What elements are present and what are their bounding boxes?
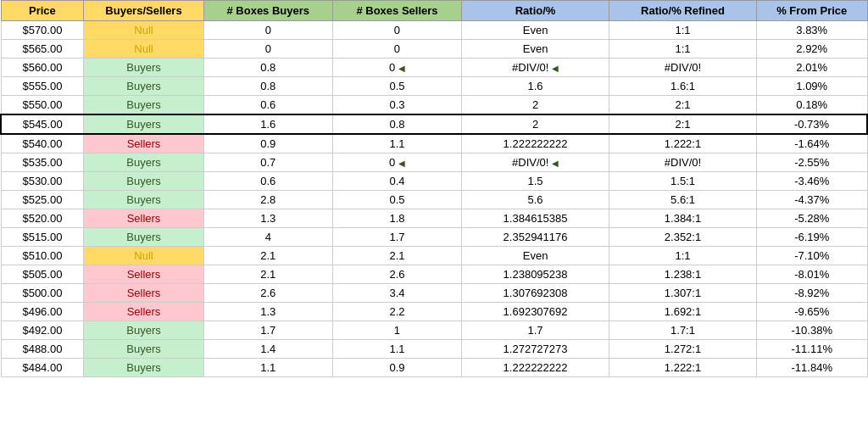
cell-boxes-buyers: 2.1 bbox=[203, 247, 332, 265]
cell-boxes-sellers: 0 bbox=[332, 21, 461, 40]
header-boxes-buyers: # Boxes Buyers bbox=[203, 1, 332, 21]
cell-ratio: 5.6 bbox=[462, 191, 609, 209]
cell-boxes-sellers: 2.1 bbox=[332, 247, 461, 265]
cell-price: $565.00 bbox=[1, 40, 84, 59]
cell-boxes-sellers: 0.4 bbox=[332, 172, 461, 191]
cell-buyers-sellers: Buyers bbox=[84, 172, 203, 191]
cell-boxes-buyers: 0.8 bbox=[203, 59, 332, 77]
cell-ratio: 2 bbox=[462, 114, 609, 134]
cell-boxes-sellers: 3.4 bbox=[332, 284, 461, 303]
cell-boxes-sellers: 0 ◀ bbox=[332, 59, 461, 77]
cell-ratio-refined: 1:1 bbox=[609, 40, 757, 59]
cell-from-price: -11.84% bbox=[756, 359, 867, 377]
cell-boxes-sellers: 0.9 bbox=[332, 359, 461, 377]
cell-from-price: -5.28% bbox=[756, 209, 867, 228]
triangle-indicator: ◀ bbox=[552, 159, 559, 168]
header-ratio-refined: Ratio/% Refined bbox=[609, 1, 757, 21]
table-row: $565.00Null00Even1:12.92% bbox=[1, 40, 867, 59]
cell-buyers-sellers: Buyers bbox=[84, 59, 203, 77]
cell-ratio: 1.5 bbox=[462, 172, 609, 191]
cell-boxes-buyers: 1.3 bbox=[203, 303, 332, 321]
cell-ratio: 1.7 bbox=[462, 321, 609, 340]
cell-from-price: 3.83% bbox=[756, 21, 867, 40]
cell-boxes-sellers: 2.6 bbox=[332, 265, 461, 284]
cell-ratio-refined: 2:1 bbox=[609, 96, 757, 115]
header-price: Price bbox=[1, 1, 84, 21]
cell-ratio: #DIV/0! ◀ bbox=[462, 153, 609, 172]
cell-ratio-refined: 1:1 bbox=[609, 247, 757, 265]
cell-ratio-refined: 1.238:1 bbox=[609, 265, 757, 284]
cell-boxes-buyers: 0.6 bbox=[203, 96, 332, 115]
cell-ratio: 1.6 bbox=[462, 77, 609, 96]
cell-boxes-buyers: 1.4 bbox=[203, 340, 332, 359]
cell-buyers-sellers: Sellers bbox=[84, 134, 203, 153]
price-table: Price Buyers/Sellers # Boxes Buyers # Bo… bbox=[0, 0, 868, 377]
cell-boxes-sellers: 1 bbox=[332, 321, 461, 340]
cell-ratio: 1.307692308 bbox=[462, 284, 609, 303]
cell-ratio-refined: 1.222:1 bbox=[609, 134, 757, 153]
cell-ratio: 1.272727273 bbox=[462, 340, 609, 359]
table-row: $545.00Buyers1.60.822:1-0.73% bbox=[1, 114, 867, 134]
table-row: $540.00Sellers0.91.11.2222222221.222:1-1… bbox=[1, 134, 867, 153]
cell-boxes-sellers: 0 bbox=[332, 40, 461, 59]
cell-boxes-sellers: 0.5 bbox=[332, 77, 461, 96]
cell-ratio-refined: 2.352:1 bbox=[609, 228, 757, 247]
cell-from-price: -4.37% bbox=[756, 191, 867, 209]
header-row: Price Buyers/Sellers # Boxes Buyers # Bo… bbox=[1, 1, 867, 21]
cell-boxes-buyers: 2.8 bbox=[203, 191, 332, 209]
cell-price: $545.00 bbox=[1, 114, 84, 134]
cell-buyers-sellers: Buyers bbox=[84, 191, 203, 209]
cell-boxes-sellers: 1.8 bbox=[332, 209, 461, 228]
header-from-price: % From Price bbox=[756, 1, 867, 21]
cell-boxes-buyers: 0.6 bbox=[203, 172, 332, 191]
cell-buyers-sellers: Null bbox=[84, 21, 203, 40]
cell-from-price: -7.10% bbox=[756, 247, 867, 265]
cell-buyers-sellers: Buyers bbox=[84, 153, 203, 172]
cell-from-price: 2.92% bbox=[756, 40, 867, 59]
table-row: $520.00Sellers1.31.81.3846153851.384:1-5… bbox=[1, 209, 867, 228]
header-ratio: Ratio/% bbox=[462, 1, 609, 21]
cell-ratio-refined: 1:1 bbox=[609, 21, 757, 40]
cell-ratio-refined: 1.5:1 bbox=[609, 172, 757, 191]
cell-buyers-sellers: Null bbox=[84, 247, 203, 265]
cell-price: $525.00 bbox=[1, 191, 84, 209]
cell-price: $560.00 bbox=[1, 59, 84, 77]
cell-buyers-sellers: Buyers bbox=[84, 77, 203, 96]
cell-price: $530.00 bbox=[1, 172, 84, 191]
main-table-container: Price Buyers/Sellers # Boxes Buyers # Bo… bbox=[0, 0, 868, 377]
cell-from-price: -2.55% bbox=[756, 153, 867, 172]
cell-ratio: 1.222222222 bbox=[462, 134, 609, 153]
table-row: $525.00Buyers2.80.55.65.6:1-4.37% bbox=[1, 191, 867, 209]
table-row: $488.00Buyers1.41.11.2727272731.272:1-11… bbox=[1, 340, 867, 359]
cell-boxes-buyers: 0.8 bbox=[203, 77, 332, 96]
cell-price: $570.00 bbox=[1, 21, 84, 40]
cell-from-price: -9.65% bbox=[756, 303, 867, 321]
cell-ratio-refined: 1.692:1 bbox=[609, 303, 757, 321]
cell-from-price: -0.73% bbox=[756, 114, 867, 134]
cell-price: $510.00 bbox=[1, 247, 84, 265]
cell-ratio: 1.692307692 bbox=[462, 303, 609, 321]
cell-from-price: -11.11% bbox=[756, 340, 867, 359]
table-row: $530.00Buyers0.60.41.51.5:1-3.46% bbox=[1, 172, 867, 191]
cell-boxes-sellers: 2.2 bbox=[332, 303, 461, 321]
cell-boxes-sellers: 1.1 bbox=[332, 340, 461, 359]
table-row: $570.00Null00Even1:13.83% bbox=[1, 21, 867, 40]
cell-boxes-buyers: 4 bbox=[203, 228, 332, 247]
triangle-indicator: ◀ bbox=[398, 64, 405, 73]
cell-buyers-sellers: Sellers bbox=[84, 209, 203, 228]
cell-buyers-sellers: Buyers bbox=[84, 340, 203, 359]
cell-price: $500.00 bbox=[1, 284, 84, 303]
cell-ratio-refined: 1.384:1 bbox=[609, 209, 757, 228]
table-row: $484.00Buyers1.10.91.2222222221.222:1-11… bbox=[1, 359, 867, 377]
cell-boxes-buyers: 1.7 bbox=[203, 321, 332, 340]
cell-buyers-sellers: Sellers bbox=[84, 303, 203, 321]
cell-ratio: 2 bbox=[462, 96, 609, 115]
cell-buyers-sellers: Buyers bbox=[84, 228, 203, 247]
cell-price: $520.00 bbox=[1, 209, 84, 228]
cell-boxes-buyers: 0 bbox=[203, 40, 332, 59]
cell-buyers-sellers: Buyers bbox=[84, 114, 203, 134]
cell-ratio: #DIV/0! ◀ bbox=[462, 59, 609, 77]
cell-ratio-refined: #DIV/0! bbox=[609, 153, 757, 172]
cell-buyers-sellers: Buyers bbox=[84, 321, 203, 340]
cell-ratio: 1.222222222 bbox=[462, 359, 609, 377]
